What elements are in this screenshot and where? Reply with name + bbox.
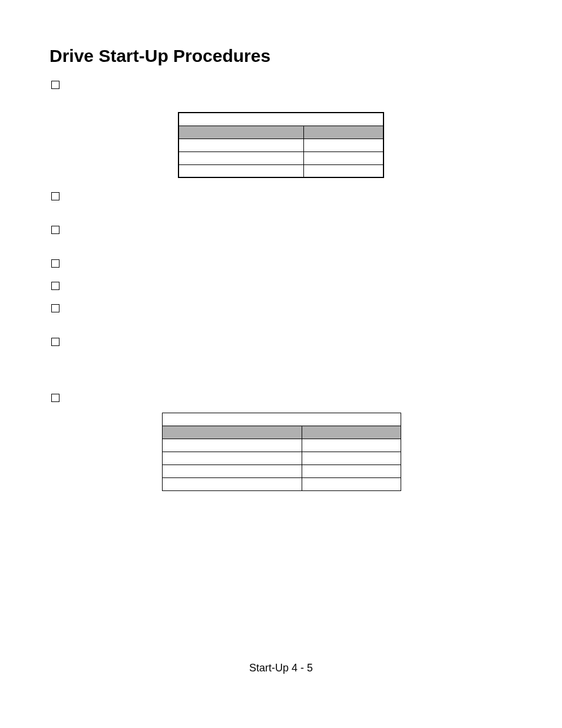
table-2-row-4 xyxy=(163,465,401,478)
table-2-row-2 xyxy=(163,439,401,452)
table-1-r2c2 xyxy=(304,139,384,151)
table-2-r5c1 xyxy=(163,478,302,491)
table-2-r3c1 xyxy=(163,452,302,465)
table-2-r5c2 xyxy=(302,478,401,491)
table-2-title-cell xyxy=(163,413,401,426)
table-1-r4c2 xyxy=(304,164,384,177)
checkbox-4[interactable] xyxy=(51,259,59,268)
checkbox-6[interactable] xyxy=(51,304,59,312)
table-2-r4c1 xyxy=(163,465,302,478)
checkbox-7[interactable] xyxy=(51,338,59,346)
table-1-row-4 xyxy=(178,164,384,177)
checkbox-5[interactable] xyxy=(51,282,59,290)
table-1-hdr-c1 xyxy=(178,126,304,139)
table-1-hdr-c2 xyxy=(304,126,384,139)
table-1-row-2 xyxy=(178,139,384,151)
page-footer: Start-Up 4 - 5 xyxy=(0,662,562,674)
table-1-row-3 xyxy=(178,151,384,164)
table-2-hdr-c1 xyxy=(163,426,302,439)
page-title: Drive Start-Up Procedures xyxy=(49,46,270,66)
table-1-r2c1 xyxy=(178,139,304,151)
table-1-r4c1 xyxy=(178,164,304,177)
table-1 xyxy=(178,112,384,178)
table-1-r3c2 xyxy=(304,151,384,164)
table-1-row-top xyxy=(178,113,384,126)
table-1-title-cell xyxy=(178,113,384,126)
table-2-row-top xyxy=(163,413,401,426)
table-2 xyxy=(162,413,401,491)
checkbox-3[interactable] xyxy=(51,226,59,234)
page: Drive Start-Up Procedures xyxy=(0,0,562,728)
table-2-row-5 xyxy=(163,478,401,491)
table-2-hdr-c2 xyxy=(302,426,401,439)
table-1-header-row xyxy=(178,126,384,139)
checkbox-1[interactable] xyxy=(51,81,59,89)
table-2-r4c2 xyxy=(302,465,401,478)
table-2-r2c1 xyxy=(163,439,302,452)
checkbox-8[interactable] xyxy=(51,394,59,402)
table-2-r2c2 xyxy=(302,439,401,452)
table-2-row-3 xyxy=(163,452,401,465)
table-2-r3c2 xyxy=(302,452,401,465)
checkbox-2[interactable] xyxy=(51,192,59,200)
table-2-header-row xyxy=(163,426,401,439)
table-1-r3c1 xyxy=(178,151,304,164)
